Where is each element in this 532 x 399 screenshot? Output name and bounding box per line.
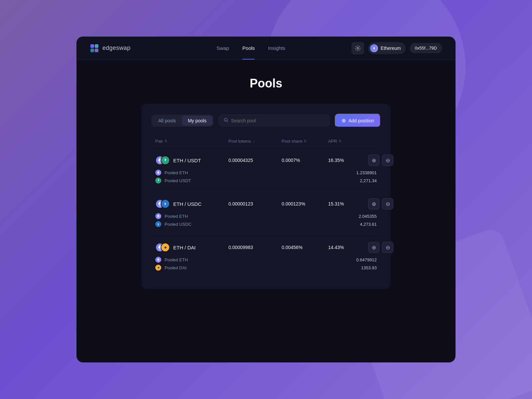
pool-actions-2: ⊕ ⊖ <box>368 242 393 253</box>
logo-text: edgeswap <box>102 45 130 52</box>
sub-label-eth-2: Pooled ETH <box>165 257 188 262</box>
pool-main-row-1: $ ETH / USDC 0.00000123 0.000123% 15.31%… <box>151 194 381 212</box>
svg-rect-0 <box>90 44 94 48</box>
pool-apr-val-0: 16.35% <box>328 158 368 163</box>
network-icon <box>370 44 378 52</box>
pair-name-0: ETH / USDT <box>173 158 201 163</box>
sub-row-usdt-0: ₮ Pooled USDT 2,271.34 <box>155 177 377 185</box>
sub-value-dai-2: 1353.93 <box>361 265 377 270</box>
col-header-pool-share: Pool share ⇅ <box>282 139 328 144</box>
tab-my-pools[interactable]: My pools <box>182 116 212 126</box>
sub-label-eth-0: Pooled ETH <box>165 170 188 175</box>
sub-row-dai-2: ◈ Pooled DAI 1353.93 <box>155 264 377 272</box>
pair-cell-2: ◈ ETH / DAI <box>155 243 228 252</box>
remove-liquidity-btn-1[interactable]: ⊖ <box>382 198 393 209</box>
network-name: Ethereum <box>381 46 401 51</box>
nav-actions: Ethereum 0x55f...79D <box>351 42 442 55</box>
pair-cell-0: ₮ ETH / USDT <box>155 156 228 165</box>
col-header-pair: Pair ⇅ <box>155 139 228 144</box>
divider-0 <box>151 191 381 191</box>
pools-card: All pools My pools ⊕ Add position <box>141 104 391 289</box>
add-liquidity-btn-0[interactable]: ⊕ <box>368 155 379 166</box>
sort-icon-share: ⇅ <box>304 139 307 143</box>
nav-pools[interactable]: Pools <box>242 44 255 52</box>
nav-insights[interactable]: Insights <box>268 44 285 52</box>
nav-links: Swap Pools Insights <box>150 44 351 52</box>
pool-apr-val-2: 14.43% <box>328 245 368 250</box>
svg-rect-2 <box>90 49 94 52</box>
sub-icon-usdc-1: $ <box>155 221 161 227</box>
token-icon-dai-2: ◈ <box>161 243 170 252</box>
divider-1 <box>151 234 381 234</box>
sub-value-eth-2: 0.6479912 <box>356 257 377 262</box>
controls-row: All pools My pools ⊕ Add position <box>151 114 381 127</box>
page-title: Pools <box>250 76 282 90</box>
gear-icon <box>355 45 361 51</box>
token-icon-usdt-0: ₮ <box>161 156 170 165</box>
pool-sub-rows-2: Pooled ETH 0.6479912 ◈ Pooled DAI 1353.9… <box>151 256 381 276</box>
sub-label-dai-2: Pooled DAI <box>165 265 187 270</box>
nav-bar: edgeswap Swap Pools Insights <box>76 37 456 60</box>
pool-share-val-0: 0.0007% <box>282 158 328 163</box>
sub-label-usdt-0: Pooled USDT <box>165 178 191 183</box>
sub-label-eth-1: Pooled ETH <box>165 214 188 219</box>
search-icon <box>224 118 228 123</box>
sub-value-eth-1: 2.045355 <box>359 214 377 219</box>
col-header-apr: APR ⇅ <box>328 139 368 144</box>
sub-label-usdc-1: Pooled USDC <box>165 222 192 227</box>
network-selector[interactable]: Ethereum <box>368 42 406 54</box>
nav-swap[interactable]: Swap <box>216 44 229 52</box>
sub-icon-eth-1 <box>155 213 161 219</box>
pool-row-eth-usdc: $ ETH / USDC 0.00000123 0.000123% 15.31%… <box>151 194 381 234</box>
main-content: Pools All pools My pools <box>76 60 456 362</box>
remove-liquidity-btn-2[interactable]: ⊖ <box>382 242 393 253</box>
add-position-button[interactable]: ⊕ Add position <box>335 114 381 127</box>
sub-row-usdc-1: $ Pooled USDC 4,273.61 <box>155 220 377 228</box>
pool-main-row-2: ◈ ETH / DAI 0.00009983 0.00456% 14.43% ⊕… <box>151 237 381 256</box>
search-box <box>219 115 330 126</box>
table-header: Pair ⇅ Pool tokens ⌄ Pool share ⇅ APR ⇅ <box>151 135 381 147</box>
pool-actions-1: ⊕ ⊖ <box>368 198 393 209</box>
app-window: edgeswap Swap Pools Insights <box>76 37 456 362</box>
tab-group: All pools My pools <box>151 115 213 127</box>
pair-name-2: ETH / DAI <box>173 245 196 250</box>
pool-tokens-val-1: 0.00000123 <box>228 201 282 206</box>
pair-name-1: ETH / USDC <box>173 201 201 207</box>
svg-rect-1 <box>95 44 98 48</box>
pool-tokens-val-0: 0.00004325 <box>228 158 282 163</box>
svg-point-4 <box>357 47 358 49</box>
remove-liquidity-btn-0[interactable]: ⊖ <box>382 155 393 166</box>
sub-value-usdc-1: 4,273.61 <box>360 222 377 227</box>
sort-icon-apr: ⇅ <box>338 139 341 143</box>
token-icons-2: ◈ <box>155 243 170 252</box>
sort-icon-tokens: ⌄ <box>252 139 255 143</box>
sub-icon-eth-0 <box>155 170 161 176</box>
pool-share-val-1: 0.000123% <box>282 201 328 206</box>
sub-icon-dai-2: ◈ <box>155 265 161 271</box>
pool-apr-val-1: 15.31% <box>328 201 368 206</box>
sub-row-eth-0: Pooled ETH 1.2338901 <box>155 169 377 177</box>
settings-button[interactable] <box>351 42 364 55</box>
pool-row-eth-usdt: ₮ ETH / USDT 0.00004325 0.0007% 16.35% ⊕… <box>151 150 381 191</box>
svg-rect-3 <box>95 49 98 52</box>
token-icons-0: ₮ <box>155 156 170 165</box>
add-circle-icon: ⊕ <box>341 117 346 124</box>
add-liquidity-btn-1[interactable]: ⊕ <box>368 198 379 209</box>
tab-all-pools[interactable]: All pools <box>152 116 182 126</box>
pool-share-val-2: 0.00456% <box>282 245 328 250</box>
token-icon-usdc-1: $ <box>161 199 170 208</box>
wallet-address[interactable]: 0x55f...79D <box>410 43 443 53</box>
pool-row-eth-dai: ◈ ETH / DAI 0.00009983 0.00456% 14.43% ⊕… <box>151 237 381 276</box>
search-input[interactable] <box>231 118 325 123</box>
pool-actions-0: ⊕ ⊖ <box>368 155 393 166</box>
token-icons-1: $ <box>155 199 170 208</box>
sub-icon-eth-2 <box>155 257 161 263</box>
sub-value-usdt-0: 2,271.34 <box>360 178 377 183</box>
pair-cell-1: $ ETH / USDC <box>155 199 228 208</box>
pool-tokens-val-2: 0.00009983 <box>228 245 282 250</box>
add-liquidity-btn-2[interactable]: ⊕ <box>368 242 379 253</box>
sub-icon-usdt-0: ₮ <box>155 178 161 184</box>
sort-icon-pair: ⇅ <box>164 139 167 143</box>
sub-row-eth-1: Pooled ETH 2.045355 <box>155 212 377 220</box>
pool-sub-rows-1: Pooled ETH 2.045355 $ Pooled USDC 4,273.… <box>151 212 381 233</box>
